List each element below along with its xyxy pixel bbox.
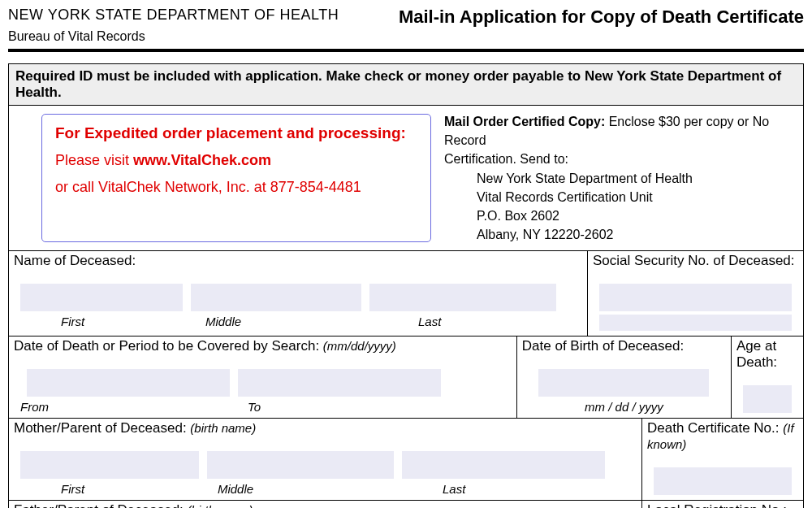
death-cert-no-cell: Death Certificate No.: (If known) [642, 419, 803, 500]
bureau-name: Bureau of Vital Records [8, 29, 804, 44]
cert-no-label: Death Certificate No.: (If known) [647, 420, 798, 453]
age-input[interactable] [743, 385, 792, 413]
mother-cell: Mother/Parent of Deceased: (birth name) … [9, 419, 642, 500]
name-of-deceased-cell: Name of Deceased: First Middle Last [9, 251, 588, 336]
mail-info: Mail Order Certified Copy: Enclose $30 p… [441, 106, 803, 250]
middle-sublabel: Middle [77, 315, 264, 328]
father-label: Father/Parent of Deceased: (birth name) [14, 502, 637, 508]
cert-no-input[interactable] [654, 467, 792, 495]
death-date-label: Date of Death or Period to be Covered by… [14, 338, 512, 354]
row-mother-cert: Mother/Parent of Deceased: (birth name) … [8, 418, 804, 500]
divider [8, 49, 804, 52]
required-id-banner: Required ID must be included with applic… [8, 63, 804, 106]
ssn-label: Social Security No. of Deceased: [593, 253, 798, 269]
local-reg-label: Local Registration No.: (If known) [647, 502, 798, 508]
age-cell: Age at Death: [732, 336, 803, 418]
mother-middle-input[interactable] [207, 451, 394, 479]
date-of-death-cell: Date of Death or Period to be Covered by… [9, 336, 517, 418]
from-sublabel: From [20, 400, 248, 414]
mail-addr2: Vital Records Certification Unit [444, 188, 800, 206]
mail-addr1: New York State Department of Health [444, 169, 800, 188]
expedite-call: or call VitalChek Network, Inc. at 877-8… [55, 179, 417, 196]
ssn-input[interactable] [599, 284, 792, 311]
first-sublabel: First [20, 315, 77, 328]
expedite-visit-text: Please visit [55, 152, 133, 168]
name-label: Name of Deceased: [14, 253, 582, 269]
dob-cell: Date of Birth of Deceased: mm / dd / yyy… [517, 336, 732, 418]
death-from-input[interactable] [27, 369, 230, 397]
row-father-reg: Father/Parent of Deceased: (birth name) … [8, 500, 804, 508]
mail-cert-line: Certification. Send to: [444, 150, 800, 168]
dob-input[interactable] [538, 369, 709, 397]
deceased-last-input[interactable] [369, 284, 556, 311]
mother-first-input[interactable] [20, 451, 199, 479]
mail-heading: Mail Order Certified Copy: [444, 115, 605, 128]
mother-middle-sublabel: Middle [77, 482, 280, 496]
info-section: For Expedited order placement and proces… [8, 106, 804, 250]
department-name: NEW YORK STATE DEPARTMENT OF HEALTH [8, 7, 339, 24]
mother-first-sublabel: First [20, 482, 77, 496]
last-sublabel: Last [264, 315, 426, 328]
mother-last-sublabel: Last [280, 482, 459, 496]
mother-label: Mother/Parent of Deceased: (birth name) [14, 420, 637, 436]
dob-hint: mm / dd / yyyy [522, 400, 726, 414]
age-label: Age at Death: [736, 338, 798, 371]
mail-addr3: P.O. Box 2602 [444, 206, 800, 225]
father-cell: Father/Parent of Deceased: (birth name) [9, 501, 642, 508]
dob-label: Date of Birth of Deceased: [522, 338, 726, 354]
deceased-first-input[interactable] [20, 284, 183, 311]
expedite-visit: Please visit www.VitalChek.com [55, 152, 417, 169]
mother-last-input[interactable] [402, 451, 605, 479]
death-to-input[interactable] [238, 369, 441, 397]
mail-addr4: Albany, NY 12220-2602 [444, 225, 800, 244]
ssn-cell: Social Security No. of Deceased: [588, 251, 803, 336]
ssn-input-2[interactable] [599, 315, 792, 331]
form-title: Mail-in Application for Copy of Death Ce… [399, 7, 804, 28]
expedite-box: For Expedited order placement and proces… [41, 114, 431, 242]
row-dates-age: Date of Death or Period to be Covered by… [8, 336, 804, 418]
deceased-middle-input[interactable] [191, 284, 361, 311]
expedite-heading: For Expedited order placement and proces… [55, 124, 417, 142]
row-name-ssn: Name of Deceased: First Middle Last Soci… [8, 250, 804, 336]
expedite-url: www.VitalChek.com [133, 152, 271, 168]
local-reg-no-cell: Local Registration No.: (If known) [642, 501, 803, 508]
to-sublabel: To [248, 400, 261, 414]
